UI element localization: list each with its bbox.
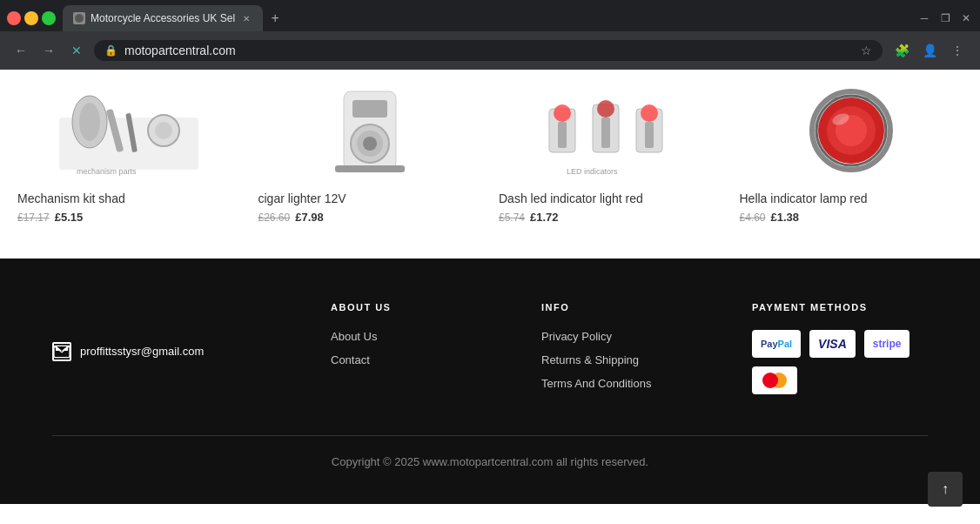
svg-point-3	[79, 103, 100, 141]
footer-email[interactable]: proffittsstysr@gmail.com	[80, 345, 204, 358]
footer: proffittsstysr@gmail.com ABOUT US About …	[0, 259, 980, 504]
browser-action-buttons: 🧩 👤 ⋮	[889, 38, 970, 63]
browser-window-controls: ─ ❒ ✕	[917, 11, 973, 25]
url-bar[interactable]: 🔒 ☆	[94, 40, 883, 61]
new-tab-button[interactable]: +	[263, 6, 287, 30]
about-us-link[interactable]: About Us	[331, 330, 507, 343]
product-name-1: Mechanism kit shad	[17, 191, 125, 205]
extensions-button[interactable]: 🧩	[889, 38, 914, 63]
product-new-price-1: £5.15	[55, 211, 84, 224]
tab-bar: ✕ − + Motorcycle Accessories UK Sel ✕ + …	[0, 0, 980, 31]
stripe-logo: stripe	[873, 338, 902, 350]
browser-minimize-button[interactable]: ─	[917, 11, 931, 25]
footer-payment: PAYMENT METHODS PayPal VISA stripe	[752, 302, 928, 400]
privacy-policy-link[interactable]: Privacy Policy	[541, 330, 717, 343]
product-old-price-1: £17.17	[17, 212, 50, 224]
products-section: mechanism parts Mechanism kit shad £17.1…	[0, 70, 980, 259]
browser-restore-button[interactable]: ❒	[938, 11, 952, 25]
product-old-price-3: £5.74	[499, 212, 525, 224]
menu-button[interactable]: ⋮	[945, 38, 970, 63]
window-maximize-button[interactable]: +	[42, 11, 56, 25]
svg-rect-23	[645, 122, 654, 148]
product-prices-2: £26.60 £7.98	[258, 211, 324, 224]
product-name-3: Dash led indicator light red	[499, 191, 643, 205]
bookmark-icon[interactable]: ☆	[861, 44, 872, 57]
svg-rect-10	[352, 100, 387, 118]
product-new-price-3: £1.72	[530, 211, 559, 224]
svg-rect-14	[335, 165, 405, 172]
mastercard-badge	[752, 366, 797, 394]
svg-point-16	[554, 104, 571, 122]
info-title: INFO	[541, 302, 717, 312]
product-card-2[interactable]: cigar lighter 12V £26.60 £7.98	[258, 70, 482, 224]
footer-top: proffittsstysr@gmail.com ABOUT US About …	[52, 302, 928, 400]
contact-link[interactable]: Contact	[331, 353, 507, 366]
tab-close-button[interactable]: ✕	[240, 12, 252, 24]
address-bar: ← → ✕ 🔒 ☆ 🧩 👤 ⋮	[0, 31, 980, 70]
product-card-4[interactable]: Hella indicator lamp red £4.60 £1.38	[740, 70, 963, 224]
secure-icon: 🔒	[104, 44, 117, 57]
product-new-price-4: £1.38	[771, 211, 800, 224]
forward-button[interactable]: →	[38, 40, 59, 61]
product-card-1[interactable]: mechanism parts Mechanism kit shad £17.1…	[17, 70, 241, 224]
mc-circle-red	[762, 373, 778, 388]
browser-chrome: ✕ − + Motorcycle Accessories UK Sel ✕ + …	[0, 0, 980, 70]
returns-shipping-link[interactable]: Returns & Shipping	[541, 353, 717, 366]
url-input[interactable]	[124, 44, 854, 57]
product-old-price-4: £4.60	[740, 212, 766, 224]
product-image-3: LED indicators	[499, 70, 722, 191]
profile-button[interactable]: 👤	[917, 38, 942, 63]
active-tab[interactable]: Motorcycle Accessories UK Sel ✕	[63, 5, 263, 31]
svg-point-13	[363, 137, 377, 151]
product-image-2	[258, 70, 482, 191]
product-image-4	[740, 70, 963, 191]
svg-rect-17	[558, 122, 567, 148]
product-name-4: Hella indicator lamp red	[740, 191, 868, 205]
svg-rect-20	[601, 118, 610, 148]
terms-conditions-link[interactable]: Terms And Conditions	[541, 377, 717, 390]
page-content: mechanism parts Mechanism kit shad £17.1…	[0, 70, 980, 504]
svg-rect-32	[54, 346, 70, 357]
svg-point-19	[597, 100, 614, 118]
product-prices-4: £4.60 £1.38	[740, 211, 800, 224]
window-close-button[interactable]: ✕	[7, 11, 21, 25]
product-prices-3: £5.74 £1.72	[499, 211, 559, 224]
tab-title: Motorcycle Accessories UK Sel	[91, 12, 235, 24]
footer-bottom: Copyright © 2025 www.motopartcentral.com…	[52, 435, 928, 469]
product-image-1: mechanism parts	[17, 70, 241, 191]
scroll-to-top-button[interactable]: ↑	[928, 472, 963, 504]
product-new-price-2: £7.98	[295, 211, 324, 224]
browser-close-button[interactable]: ✕	[959, 11, 973, 25]
product-prices-1: £17.17 £5.15	[17, 211, 83, 224]
visa-logo: VISA	[818, 337, 847, 351]
payment-title: PAYMENT METHODS	[752, 302, 928, 312]
mastercard-logo	[762, 373, 787, 388]
product-old-price-2: £26.60	[258, 212, 291, 224]
window-controls: ✕ − +	[7, 11, 56, 25]
payment-methods: PayPal VISA stripe	[752, 330, 928, 394]
reload-button[interactable]: ✕	[66, 40, 87, 61]
about-us-title: ABOUT US	[331, 302, 507, 312]
svg-point-7	[155, 122, 172, 139]
svg-point-0	[75, 14, 84, 23]
footer-about-us: ABOUT US About Us Contact	[331, 302, 507, 400]
svg-text:mechanism parts: mechanism parts	[77, 167, 137, 176]
svg-text:LED indicators: LED indicators	[567, 167, 618, 176]
paypal-logo: PayPal	[761, 339, 792, 349]
tab-favicon	[73, 12, 85, 24]
window-minimize-button[interactable]: −	[24, 11, 38, 25]
visa-badge: VISA	[809, 330, 856, 358]
copyright-text: Copyright © 2025 www.motopartcentral.com…	[332, 455, 648, 468]
footer-contact: proffittsstysr@gmail.com	[52, 302, 296, 400]
product-card-3[interactable]: LED indicators Dash led indicator light …	[499, 70, 722, 224]
stripe-badge: stripe	[864, 330, 910, 358]
email-icon	[52, 342, 71, 361]
footer-info: INFO Privacy Policy Returns & Shipping T…	[541, 302, 717, 400]
product-name-2: cigar lighter 12V	[258, 191, 346, 205]
back-button[interactable]: ←	[10, 40, 31, 61]
products-grid: mechanism parts Mechanism kit shad £17.1…	[17, 70, 963, 224]
svg-point-22	[641, 104, 658, 122]
paypal-badge: PayPal	[752, 330, 801, 358]
